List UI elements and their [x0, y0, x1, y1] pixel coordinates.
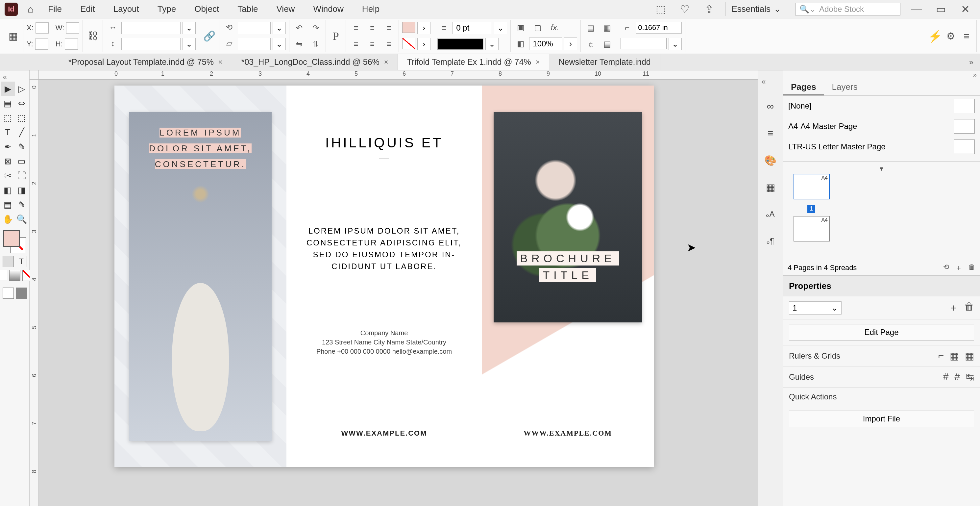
stroke-swatch[interactable]	[402, 38, 415, 49]
scale-x-dd[interactable]: ⌄	[183, 22, 196, 34]
rotate-ccw-icon[interactable]: ↶	[293, 22, 306, 34]
align-left-icon[interactable]: ≡	[349, 22, 363, 34]
edit-page-size-icon[interactable]: ⟲	[943, 263, 949, 273]
page-thumbnail-2[interactable]: A4	[794, 216, 830, 241]
stroke-weight-input[interactable]: 0 pt	[452, 22, 492, 34]
panel2-contact[interactable]: Company Name 123 Street Name City Name S…	[298, 328, 470, 356]
show-guides-icon[interactable]: #	[943, 371, 949, 383]
import-file-button[interactable]: Import File	[789, 410, 974, 427]
stroke-dd[interactable]: ›	[417, 38, 431, 50]
type-tool[interactable]: T	[1, 125, 15, 139]
stock-search-input[interactable]: 🔍⌄ Adobe Stock	[795, 3, 900, 16]
settings-icon[interactable]: ⚙	[944, 30, 957, 42]
hand-tool[interactable]: ✋	[1, 212, 15, 227]
corner-style[interactable]	[620, 38, 667, 49]
scale-y-input[interactable]	[121, 38, 181, 50]
free-transform-tool[interactable]: ⛶	[15, 168, 29, 183]
menu-window[interactable]: Window	[304, 4, 353, 14]
ruler-horizontal[interactable]: 0 1 2 3 4 5 6 7 8 9 10 11	[30, 70, 758, 80]
direct-selection-tool[interactable]: ▷	[15, 81, 29, 96]
fill-dd[interactable]: ›	[417, 22, 431, 34]
para-styles-panel-icon[interactable]: ₒ¶	[764, 234, 778, 248]
maximize-button[interactable]: ▭	[933, 3, 949, 16]
fill-color-swatch[interactable]	[3, 230, 20, 247]
scale-x-input[interactable]	[121, 22, 181, 34]
swatches-panel-icon[interactable]: ▦	[764, 180, 778, 194]
help-bulb-icon[interactable]: ♡	[677, 3, 693, 16]
menu-object[interactable]: Object	[185, 4, 228, 14]
smart-guides-icon[interactable]: ↹	[966, 371, 974, 383]
panel-menu-icon[interactable]: ≡	[960, 30, 973, 42]
menu-type[interactable]: Type	[148, 4, 185, 14]
menu-help[interactable]: Help	[353, 4, 389, 14]
y-input[interactable]	[35, 38, 48, 49]
master-row-a4[interactable]: A4-A4 Master Page	[783, 116, 980, 137]
menu-file[interactable]: File	[39, 4, 71, 14]
text-wrap-col-icon[interactable]: ▤	[600, 38, 614, 49]
menu-table[interactable]: Table	[228, 4, 267, 14]
effects-icon[interactable]: ▣	[514, 22, 527, 33]
formatting-text-icon[interactable]: T	[16, 256, 27, 267]
shear-dd[interactable]: ⌄	[273, 38, 286, 50]
stroke-panel-icon[interactable]: ≡	[764, 126, 778, 140]
panel3-url[interactable]: WWW.EXAMPLE.COM	[482, 429, 654, 437]
doc-grid-icon[interactable]: ▦	[965, 350, 974, 362]
close-icon[interactable]: ×	[218, 58, 223, 67]
align-mid-icon[interactable]: ≡	[366, 38, 379, 49]
reference-point-icon[interactable]: ▦	[6, 30, 20, 42]
ruler-icon[interactable]: ⌐	[938, 350, 944, 362]
opacity-input[interactable]: 100%	[529, 38, 562, 50]
toolbox-grip-icon[interactable]: «	[0, 72, 7, 81]
line-tool[interactable]: ╱	[15, 125, 29, 139]
publish-online-icon[interactable]: ⬚	[652, 3, 669, 16]
document-page[interactable]: LOREM IPSUM DOLOR SIT AMET, CONSECTETUR.…	[115, 86, 654, 467]
panel2-url[interactable]: WWW.EXAMPLE.COM	[286, 429, 482, 437]
view-mode-normal[interactable]	[3, 287, 14, 299]
page-selector[interactable]: 1 ⌄	[789, 302, 842, 314]
flip-h-icon[interactable]: ⇋	[293, 38, 306, 49]
h-input[interactable]	[65, 38, 78, 49]
text-wrap-around-icon[interactable]: ▦	[600, 22, 614, 34]
panel3-title[interactable]: BROCHURE TITLE	[482, 250, 654, 284]
delete-page-icon[interactable]: 🗑	[964, 301, 974, 314]
gradient-swatch-tool[interactable]: ◧	[1, 183, 15, 197]
gpu-icon[interactable]: ⚡	[928, 30, 942, 42]
stroke-weight-dd[interactable]: ⌄	[494, 22, 507, 34]
align-top-icon[interactable]: ≡	[349, 38, 363, 49]
lock-guides-icon[interactable]: #	[955, 371, 960, 383]
char-styles-panel-icon[interactable]: ₒA	[764, 207, 778, 221]
rotate-dd[interactable]: ⌄	[273, 22, 286, 34]
doc-tab-proposal[interactable]: *Proposal Layout Template.indd @ 75%×	[59, 54, 232, 70]
fill-stroke-swatch[interactable]	[3, 230, 26, 253]
opacity-dd[interactable]: ›	[564, 38, 577, 50]
edit-page-button[interactable]: Edit Page	[789, 324, 974, 340]
drop-shadow-icon[interactable]: ▢	[531, 22, 544, 33]
corner-options-icon[interactable]: ⌐	[620, 22, 634, 33]
doc-tab-trifold[interactable]: Trifold Template Ex 1.indd @ 74%×	[398, 54, 549, 70]
pen-tool[interactable]: ✒	[1, 139, 15, 154]
align-center-icon[interactable]: ≡	[366, 22, 379, 34]
tab-overflow-icon[interactable]: »	[963, 57, 980, 67]
scissors-tool[interactable]: ✂	[1, 168, 15, 183]
pages-tab[interactable]: Pages	[783, 79, 824, 96]
close-icon[interactable]: ×	[536, 58, 540, 67]
w-input[interactable]	[66, 22, 79, 34]
page-tool[interactable]: ▤	[1, 96, 15, 110]
close-button[interactable]: ✕	[957, 3, 974, 16]
share-icon[interactable]: ⇪	[701, 3, 718, 16]
x-input[interactable]	[35, 22, 49, 34]
workspace-selector[interactable]: Essentials ⌄	[725, 2, 788, 16]
panel2-heading[interactable]: IHILLIQUIS ET	[298, 135, 470, 151]
corner-size-input[interactable]: 0.1667 in	[636, 22, 682, 34]
minimize-button[interactable]: —	[908, 3, 925, 15]
layers-tab[interactable]: Layers	[824, 79, 865, 96]
rectangle-frame-tool[interactable]: ⊠	[1, 154, 15, 168]
ruler-vertical[interactable]: 0 1 2 3 4 5 6 7 8	[30, 80, 39, 506]
align-right-icon[interactable]: ≡	[382, 22, 395, 34]
menu-view[interactable]: View	[267, 4, 304, 14]
fill-swatch[interactable]	[402, 22, 415, 33]
stroke-style[interactable]	[438, 38, 484, 49]
panel2-body[interactable]: LOREM IPSUM DOLOR SIT AMET, CONSECTETUR …	[298, 225, 470, 272]
note-tool[interactable]: ▤	[1, 197, 15, 212]
text-wrap-jump-icon[interactable]: ☼	[584, 38, 597, 49]
